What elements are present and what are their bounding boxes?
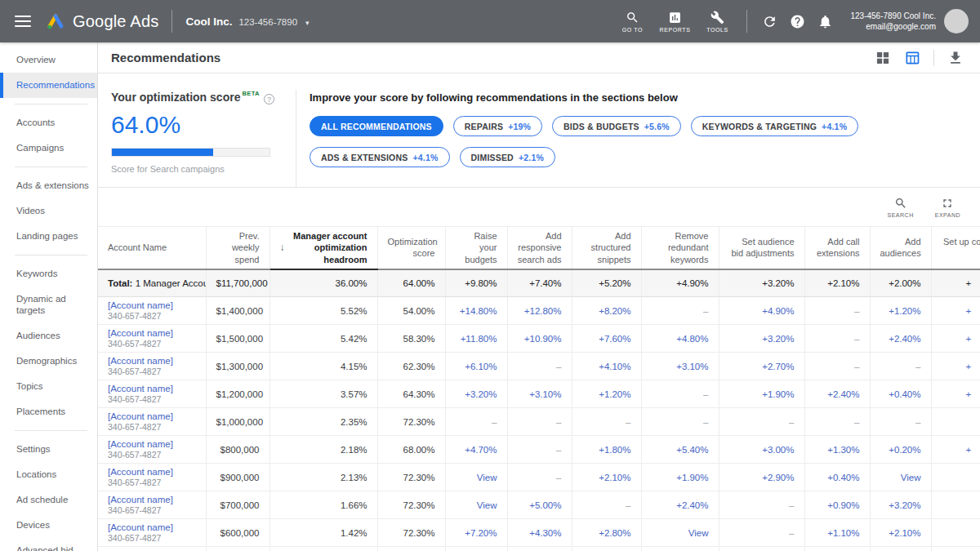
account-link[interactable]: [Account name] [108,328,196,338]
sidebar-item-demographics[interactable]: Demographics [0,349,97,374]
recommendation-link[interactable]: +3.10% [507,380,572,408]
filter-chip-ads-extensions[interactable]: ADS & EXTENSIONS+4.1% [310,147,450,167]
recommendation-link[interactable]: +0.90% [804,491,870,519]
recommendation-link[interactable]: +0.40% [870,380,931,408]
sidebar-item-videos[interactable]: Videos [0,198,97,224]
column-header-remove-redundant-keywords[interactable]: Remove redundant keywords [641,227,719,269]
menu-icon[interactable] [15,16,31,27]
recommendation-link[interactable]: +4.90% [719,297,804,325]
recommendation-link[interactable]: View [445,491,507,519]
filter-chip-all-recommendations[interactable]: ALL RECOMMENDATIONS [310,116,443,136]
topnav-tools[interactable]: TOOLS [696,11,738,33]
account-link[interactable]: [Account name] [108,467,196,477]
recommendation-link[interactable]: +0.40% [804,464,870,491]
sidebar-item-dynamic-ad-targets[interactable]: Dynamic ad targets [0,287,97,324]
recommendation-link[interactable]: +7.20% [445,519,507,547]
recommendation-link[interactable]: View [445,464,507,491]
recommendation-link[interactable]: +3.20% [870,491,931,519]
recommendation-link[interactable]: +2.40% [641,491,719,519]
column-header-add-audiences[interactable]: Add audiences [870,227,931,269]
recommendation-link[interactable]: +2.70% [719,353,804,380]
recommendation-link[interactable]: +1.90% [804,547,870,551]
recommendation-link[interactable]: +1.80% [572,436,641,464]
account-link[interactable]: [Account name] [108,495,196,504]
recommendation-link[interactable]: +2.10% [572,464,641,491]
recommendation-link[interactable]: + [931,380,980,408]
filter-chip-bids-budgets[interactable]: BIDS & BUDGETS+5.6% [552,116,681,136]
column-header-optimization-score[interactable]: Optimization score [377,227,445,269]
sidebar-item-landing-pages[interactable]: Landing pages [0,224,97,249]
recommendation-link[interactable]: + [931,353,980,380]
recommendation-link[interactable]: +5.40% [641,436,719,464]
sidebar-item-advanced-bid-adj[interactable]: Advanced bid adj. [0,538,97,551]
recommendation-link[interactable]: +3.20% [719,325,804,353]
sidebar-item-overview[interactable]: Overview [0,47,97,73]
recommendation-link[interactable]: +1.90% [572,547,641,551]
topnav-go-to[interactable]: GO TO [611,11,653,33]
column-header-manager-account-optimization-headroom[interactable]: ↓Manager account optimization headroom [270,227,377,269]
recommendation-link[interactable]: +0.20% [870,436,931,464]
recommendation-link[interactable]: +2.80% [572,519,641,547]
column-header-prev-weekly-spend[interactable]: Prev. weekly spend [206,227,270,269]
help-icon[interactable] [783,14,811,29]
notifications-bell-icon[interactable] [811,14,839,29]
recommendation-link[interactable]: +4.80% [641,325,719,353]
recommendation-link[interactable]: +7.60% [572,325,641,353]
sidebar-item-placements[interactable]: Placements [0,399,97,424]
recommendation-link[interactable]: +3.10% [641,353,719,380]
grid-view-icon[interactable] [875,50,891,66]
account-link[interactable]: [Account name] [108,300,196,310]
sidebar-item-keywords[interactable]: Keywords [0,261,97,287]
recommendation-link[interactable]: +5.00% [507,491,572,519]
column-header-add-structured-snippets[interactable]: Add structured snippets [572,227,641,269]
recommendation-link[interactable]: +6.10% [445,353,507,380]
recommendation-link[interactable]: + [931,297,980,325]
filter-chip-repairs[interactable]: REPAIRS+19% [453,116,542,136]
recommendation-link[interactable]: +12.80% [507,297,572,325]
recommendation-link[interactable]: View [870,464,931,491]
topnav-reports[interactable]: REPORTS [653,11,696,33]
recommendation-link[interactable]: +2.90% [719,464,804,491]
download-icon[interactable] [947,50,964,66]
column-header-add-responsive-search-ads[interactable]: Add responsive search ads [507,227,572,269]
recommendation-link[interactable]: +14.80% [445,297,507,325]
score-help-icon[interactable]: ? [264,94,274,104]
recommendation-link[interactable]: +5.10% [507,547,572,551]
recommendation-link[interactable]: View [641,519,719,547]
sidebar-item-accounts[interactable]: Accounts [0,110,97,136]
recommendation-link[interactable]: +2.40% [870,325,931,353]
account-link[interactable]: [Account name] [108,356,196,366]
recommendation-link[interactable]: +1.90% [641,464,719,491]
filter-chip-dimissed[interactable]: DIMISSED+2.1% [460,147,555,167]
account-link[interactable]: [Account name] [108,439,196,449]
recommendation-link[interactable]: + [931,325,980,353]
sidebar-item-devices[interactable]: Devices [0,513,97,538]
recommendation-link[interactable]: +10.90% [507,325,572,353]
recommendation-link[interactable]: +2.10% [870,519,931,547]
column-header-set-audience-bid-adjustments[interactable]: Set audience bid adjustments [719,227,804,269]
avatar[interactable] [944,9,969,33]
sidebar-item-settings[interactable]: Settings [0,437,97,462]
account-selector[interactable]: Cool Inc. 123-456-7890 ▾ [185,16,309,28]
recommendation-link[interactable]: +1.90% [719,380,804,408]
sidebar-item-ad-schedule[interactable]: Ad schedule [0,487,97,513]
table-search-button[interactable]: SEARCH [888,197,914,218]
recommendation-link[interactable]: +1.20% [870,297,931,325]
recommendation-link[interactable]: +3.00% [719,436,804,464]
sidebar-item-locations[interactable]: Locations [0,462,97,487]
column-header-account-name[interactable]: Account Name [98,227,206,269]
recommendation-link[interactable]: +4.30% [507,519,572,547]
recommendation-link[interactable]: +1.10% [804,519,870,547]
recommendation-link[interactable]: +3.20% [445,380,507,408]
column-header-raise-your-budgets[interactable]: Raise your budgets [445,227,507,269]
column-header-set-up-conversion-tracking[interactable]: Set up conversion tracking [931,227,980,269]
recommendation-link[interactable]: + [931,436,980,464]
account-link[interactable]: [Account name] [108,384,196,393]
column-view-icon[interactable] [904,50,920,66]
table-expand-button[interactable]: EXPAND [935,197,960,218]
account-link[interactable]: [Account name] [108,522,196,532]
sidebar-item-audiences[interactable]: Audiences [0,323,97,349]
recommendation-link[interactable]: +1.20% [572,380,641,408]
filter-chip-keywords-targeting[interactable]: KEYWORDS & TARGETING+4.1% [691,116,858,136]
sidebar-item-topics[interactable]: Topics [0,374,97,399]
